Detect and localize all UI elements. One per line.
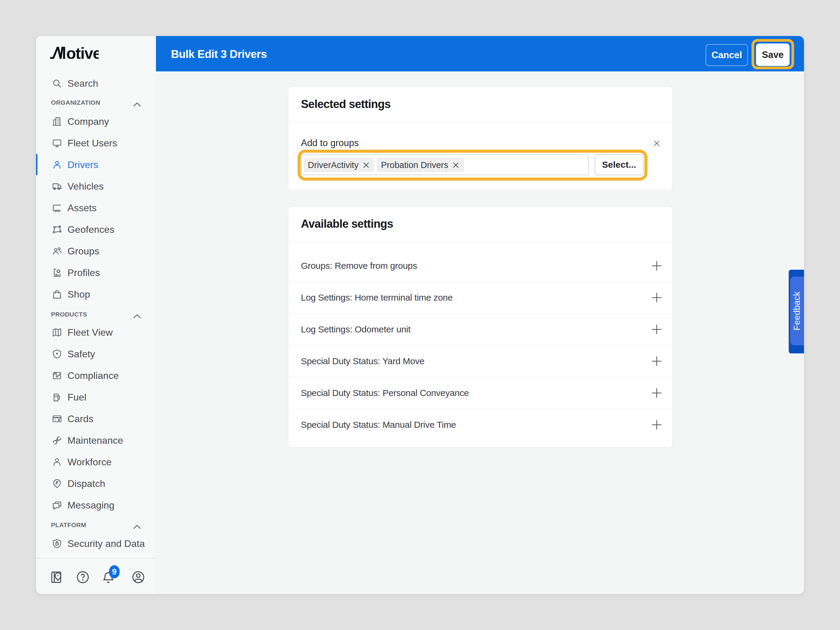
svg-text:otive: otive [66, 47, 99, 59]
